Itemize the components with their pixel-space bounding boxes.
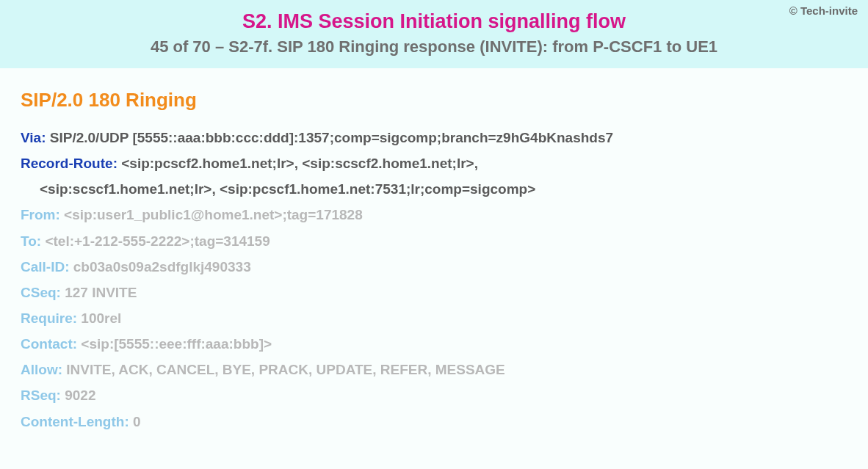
to-label: To — [21, 233, 37, 249]
via-label: Via — [21, 130, 41, 145]
header-call-id: Call-ID: cb03a0s09a2sdfglkj490333 — [21, 254, 847, 280]
colon: : — [37, 233, 46, 249]
header-from: From: <sip:user1_public1@home1.net>;tag=… — [21, 202, 847, 228]
cseq-label: CSeq — [21, 285, 57, 300]
content-length-label: Content-Length — [21, 414, 124, 429]
header-to: To: <tel:+1-212-555-2222>;tag=314159 — [21, 228, 847, 254]
cseq-value: 127 INVITE — [65, 285, 137, 300]
message-body: SIP/2.0 180 Ringing Via: SIP/2.0/UDP [55… — [0, 68, 868, 442]
rseq-value: 9022 — [65, 388, 95, 403]
call-id-label: Call-ID — [21, 259, 65, 275]
header-content-length: Content-Length: 0 — [21, 409, 847, 435]
copyright-text: © Tech-invite — [789, 4, 858, 17]
require-value: 100rel — [81, 310, 121, 326]
header-allow: Allow: INVITE, ACK, CANCEL, BYE, PRACK, … — [21, 357, 847, 382]
rseq-label: RSeq — [21, 388, 57, 403]
allow-value: INVITE, ACK, CANCEL, BYE, PRACK, UPDATE,… — [66, 362, 505, 377]
require-label: Require — [21, 310, 73, 326]
from-value: <sip:user1_public1@home1.net>;tag=171828 — [64, 207, 363, 222]
content-length-value: 0 — [133, 414, 141, 429]
contact-label: Contact — [21, 336, 73, 352]
contact-value: <sip:[5555::eee:fff:aaa:bbb]> — [81, 336, 272, 352]
call-id-value: cb03a0s09a2sdfglkj490333 — [73, 259, 251, 275]
page-title: S2. IMS Session Initiation signalling fl… — [13, 10, 855, 33]
header-require: Require: 100rel — [21, 305, 847, 331]
colon: : — [58, 362, 67, 377]
colon: : — [124, 414, 133, 429]
colon: : — [57, 285, 65, 300]
header-via: Via: SIP/2.0/UDP [5555::aaa:bbb:ccc:ddd]… — [21, 125, 847, 150]
page-subtitle: 45 of 70 – S2-7f. SIP 180 Ringing respon… — [13, 37, 855, 57]
colon: : — [41, 130, 50, 145]
colon: : — [113, 156, 122, 171]
header-record-route: Record-Route: <sip:pcscf2.home1.net;lr>,… — [21, 150, 847, 176]
via-value: SIP/2.0/UDP [5555::aaa:bbb:ccc:ddd]:1357… — [50, 130, 613, 145]
header-cseq: CSeq: 127 INVITE — [21, 280, 847, 305]
header-rseq: RSeq: 9022 — [21, 382, 847, 408]
colon: : — [57, 388, 65, 403]
colon: : — [65, 259, 73, 275]
allow-label: Allow — [21, 362, 58, 377]
record-route-label: Record-Route — [21, 156, 113, 171]
header-banner: © Tech-invite S2. IMS Session Initiation… — [0, 0, 868, 68]
record-route-value-1: <sip:pcscf2.home1.net;lr>, <sip:scscf2.h… — [121, 156, 478, 171]
colon: : — [73, 336, 82, 352]
sip-status-line: SIP/2.0 180 Ringing — [21, 89, 847, 112]
to-value: <tel:+1-212-555-2222>;tag=314159 — [45, 233, 270, 249]
colon: : — [56, 207, 65, 222]
header-contact: Contact: <sip:[5555::eee:fff:aaa:bbb]> — [21, 331, 847, 357]
header-record-route-cont: <sip:scscf1.home1.net;lr>, <sip:pcscf1.h… — [21, 176, 847, 202]
colon: : — [73, 310, 82, 326]
from-label: From — [21, 207, 56, 222]
record-route-value-2: <sip:scscf1.home1.net;lr>, <sip:pcscf1.h… — [40, 181, 535, 197]
